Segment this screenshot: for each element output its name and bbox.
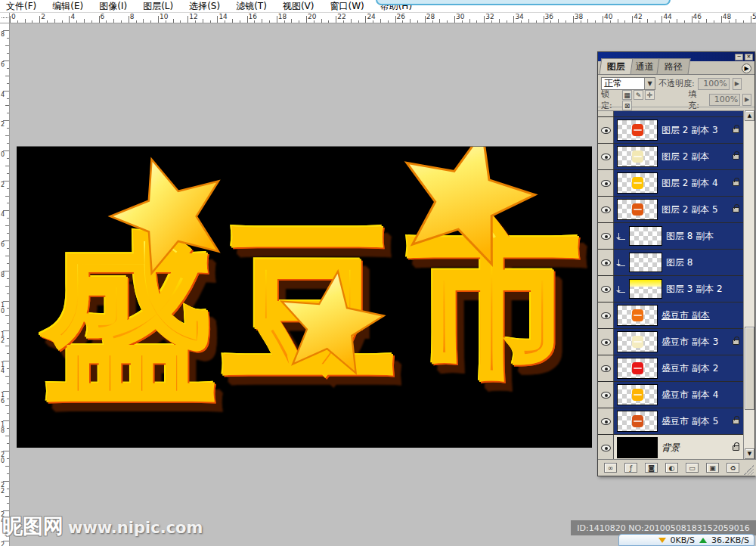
menu-item-1[interactable]: 文件(F) — [6, 0, 36, 13]
ruler-origin[interactable] — [0, 13, 10, 23]
visibility-toggle[interactable] — [598, 329, 614, 355]
fill-slider-icon[interactable]: ▶ — [742, 94, 751, 106]
layer-name[interactable]: 盛豆市 副本 3 — [662, 336, 718, 349]
visibility-toggle[interactable] — [598, 302, 614, 328]
layer-name[interactable]: 图层 2 副本 3 — [662, 124, 718, 137]
layer-row-body[interactable] — [614, 111, 744, 116]
scroll-up-icon[interactable]: ▲ — [745, 110, 754, 121]
layer-thumbnail[interactable] — [617, 358, 658, 379]
layer-row[interactable]: 盛豆市 副本 2 — [598, 355, 744, 382]
delete-layer-icon[interactable]: ♻ — [727, 463, 739, 473]
lock-position-icon[interactable]: ✛ — [645, 90, 655, 100]
layer-style-icon[interactable]: ƒ — [624, 463, 637, 473]
menu-item-4[interactable]: 图层(L) — [143, 0, 173, 13]
layer-name[interactable]: 图层 8 副本 — [666, 230, 714, 243]
menu-item-3[interactable]: 图像(I) — [99, 0, 127, 13]
menu-item-6[interactable]: 滤镜(T) — [236, 0, 267, 13]
panel-menu-icon[interactable]: ▶ — [742, 64, 751, 73]
layer-row-body[interactable]: 图层 2 副本 4 — [614, 170, 744, 196]
layer-row-body[interactable]: 图层 8 — [614, 250, 744, 275]
minimize-icon[interactable]: ─ — [735, 54, 743, 60]
layer-thumbnail[interactable] — [629, 279, 662, 299]
layer-thumbnail[interactable] — [617, 146, 658, 167]
layer-row-body[interactable]: 盛豆市 副本 2 — [614, 355, 744, 381]
document-canvas[interactable]: 盛豆市 — [17, 146, 592, 448]
layer-row[interactable]: 图层 3 副本 2 — [598, 276, 744, 302]
visibility-toggle[interactable] — [598, 382, 614, 408]
layer-row[interactable]: 图层 2 副本 — [598, 144, 744, 170]
lock-transparency-icon[interactable]: ▦ — [622, 90, 632, 100]
layer-row-body[interactable]: 盛豆市 副本 3 — [614, 329, 744, 355]
layer-thumbnail[interactable] — [617, 172, 658, 194]
visibility-toggle[interactable] — [598, 223, 614, 249]
layer-row-body[interactable]: 盛豆市 副本 5 — [614, 408, 744, 434]
close-icon[interactable]: ✕ — [745, 54, 753, 60]
layer-thumbnail[interactable] — [617, 411, 658, 432]
visibility-toggle[interactable] — [598, 144, 614, 169]
menu-item-5[interactable]: 选择(S) — [189, 0, 220, 13]
layer-row[interactable]: 盛豆市 副本 5 — [598, 408, 744, 435]
layer-row[interactable]: 盛豆市 副本 — [598, 302, 744, 329]
chevron-down-icon[interactable]: ▼ — [644, 78, 655, 89]
layer-row[interactable]: 背景 — [598, 435, 744, 459]
layer-row-body[interactable]: 图层 2 副本 — [614, 144, 744, 169]
visibility-toggle[interactable] — [598, 435, 614, 459]
layer-name[interactable]: 图层 2 副本 — [662, 150, 709, 163]
fill-value[interactable]: 100% — [709, 94, 740, 106]
visibility-toggle[interactable] — [598, 197, 614, 222]
visibility-cell[interactable] — [598, 111, 614, 116]
layer-row-body[interactable]: 背景 — [614, 435, 744, 459]
layer-thumbnail[interactable] — [617, 199, 658, 220]
scrollbar-thumb[interactable] — [745, 327, 754, 411]
layer-row[interactable]: 图层 2 副本 5 — [598, 197, 744, 223]
visibility-toggle[interactable] — [598, 250, 614, 275]
layer-name[interactable]: 图层 3 副本 2 — [666, 283, 723, 296]
layer-name[interactable]: 盛豆市 副本 2 — [662, 362, 718, 375]
layer-row[interactable]: 图层 2 副本 4 — [598, 170, 744, 197]
menu-item-2[interactable]: 编辑(E) — [52, 0, 83, 13]
panel-resize-grip[interactable] — [744, 465, 754, 475]
layer-row-body[interactable]: 图层 2 副本 3 — [614, 117, 744, 143]
layer-row-body[interactable]: 盛豆市 副本 4 — [614, 382, 744, 408]
layer-name[interactable]: 背景 — [662, 442, 680, 454]
tab-layers[interactable]: 图层 — [600, 58, 634, 74]
link-layers-icon[interactable]: ∞ — [604, 463, 617, 473]
layer-row[interactable]: 图层 8 副本 — [598, 223, 744, 250]
opacity-slider-icon[interactable]: ▶ — [733, 78, 742, 90]
layer-row-body[interactable]: 图层 8 副本 — [614, 223, 744, 249]
layer-name[interactable]: 盛豆市 副本 4 — [662, 389, 718, 402]
menu-item-8[interactable]: 窗口(W) — [330, 0, 364, 13]
adjustment-layer-icon[interactable]: ◐ — [665, 463, 678, 473]
layer-row-body[interactable]: 盛豆市 副本 — [614, 302, 744, 328]
layer-row-partial[interactable] — [598, 111, 744, 117]
horizontal-ruler[interactable]: 0246810121416182022242628303234363840424… — [10, 13, 756, 23]
lock-pixels-icon[interactable]: ✎ — [634, 90, 643, 100]
scroll-down-icon[interactable]: ▼ — [745, 448, 754, 459]
layer-mask-icon[interactable]: ◙ — [645, 463, 658, 473]
layer-name[interactable]: 图层 8 — [666, 256, 692, 269]
new-group-icon[interactable]: ▭ — [686, 463, 699, 473]
layer-name[interactable]: 图层 2 副本 4 — [662, 177, 718, 190]
layer-row[interactable]: 图层 8 — [598, 250, 744, 276]
layer-thumbnail[interactable] — [617, 331, 658, 352]
layer-row-body[interactable]: 图层 2 副本 5 — [614, 197, 744, 222]
layer-row[interactable]: 盛豆市 副本 3 — [598, 329, 744, 355]
visibility-toggle[interactable] — [598, 355, 614, 381]
tab-paths[interactable]: 路径 — [657, 58, 691, 74]
layer-name[interactable]: 图层 2 副本 5 — [662, 203, 718, 216]
lock-all-icon[interactable]: ⊠ — [622, 101, 632, 110]
layer-thumbnail[interactable] — [629, 226, 662, 246]
new-layer-icon[interactable]: ▣ — [706, 463, 719, 473]
visibility-toggle[interactable] — [598, 408, 614, 434]
visibility-toggle[interactable] — [598, 170, 614, 196]
layer-list-scrollbar[interactable]: ▲ ▼ — [743, 110, 754, 459]
layer-row[interactable]: 盛豆市 副本 4 — [598, 382, 744, 408]
layer-thumbnail[interactable] — [617, 305, 658, 326]
visibility-toggle[interactable] — [598, 276, 614, 302]
layer-thumbnail[interactable] — [617, 384, 658, 405]
vertical-ruler[interactable]: 8642024681 01 21 41 61 82 02 22 42 6 — [0, 13, 10, 546]
menu-item-7[interactable]: 视图(V) — [283, 0, 314, 13]
layer-row-body[interactable]: 图层 3 副本 2 — [614, 276, 744, 302]
visibility-toggle[interactable] — [598, 117, 614, 143]
layer-thumbnail[interactable] — [617, 437, 658, 458]
